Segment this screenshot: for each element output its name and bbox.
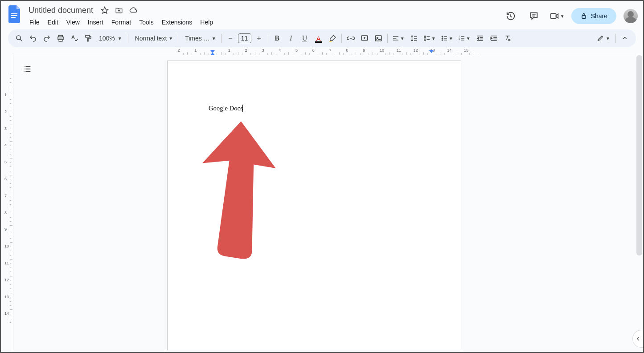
svg-line-8 [20,39,22,41]
separator [387,34,388,43]
scrollbar-thumb[interactable] [636,55,642,256]
add-comment-icon[interactable] [358,32,371,45]
svg-rect-5 [550,14,556,19]
menu-bar: File Edit View Insert Format Tools Exten… [26,17,502,28]
star-icon[interactable] [99,5,110,16]
move-icon[interactable] [114,5,124,16]
svg-rect-12 [86,35,90,37]
italic-icon[interactable]: I [284,32,298,45]
svg-text:2: 2 [459,37,460,40]
increase-font-size-icon[interactable] [252,32,266,45]
docs-logo-icon[interactable] [6,5,24,23]
print-icon[interactable] [54,32,67,45]
menu-help[interactable]: Help [197,17,217,28]
insert-link-icon[interactable] [344,32,357,45]
svg-point-7 [16,36,21,40]
user-avatar[interactable] [623,9,638,23]
text-cursor [242,105,243,112]
toolbar: 100%▼ Normal text▼ Times …▼ B I U A ▼ ▼ … [8,29,636,47]
bulleted-list-selector[interactable]: ▼ [439,32,455,45]
paint-format-icon[interactable] [82,32,95,45]
vertical-scrollbar[interactable] [636,55,642,350]
separator [221,34,222,43]
chevron-down-icon: ▼ [431,36,436,41]
horizontal-ruler[interactable]: 21123456789101112131415 [13,48,636,55]
cloud-status-icon[interactable] [128,5,139,16]
hide-menus-icon[interactable] [618,32,632,45]
workspace: 21123456789101112131415 1234567891011121… [1,48,643,350]
separator [178,34,178,43]
document-body[interactable]: Google Docs [209,105,243,112]
bold-icon[interactable]: B [271,32,284,45]
chevron-down-icon: ▼ [466,36,471,41]
menu-tools[interactable]: Tools [135,17,157,28]
font-selector[interactable]: Times …▼ [180,32,218,45]
spellcheck-icon[interactable] [68,32,81,45]
menu-edit[interactable]: Edit [44,17,62,28]
document-title[interactable]: Untitled document [26,5,96,16]
separator [615,34,616,43]
chevron-down-icon: ▼ [212,36,216,41]
highlight-color-icon[interactable] [326,32,339,45]
svg-rect-2 [11,17,16,18]
undo-icon[interactable] [26,32,40,45]
svg-rect-1 [11,15,17,16]
chevron-down-icon: ▼ [449,36,453,41]
header-right: ▼ Share [502,7,638,25]
numbered-list-selector[interactable]: 12▼ [456,32,473,45]
share-button[interactable]: Share [571,8,616,24]
svg-rect-19 [375,36,381,41]
font-size-control [224,32,266,45]
svg-point-31 [442,36,443,37]
menu-insert[interactable]: Insert [84,17,107,28]
search-menus-icon[interactable] [12,32,26,45]
text-color-icon[interactable]: A [312,32,325,45]
separator [128,34,128,43]
menu-extensions[interactable]: Extensions [158,17,196,28]
separator [268,34,268,43]
line-spacing-icon[interactable] [407,32,421,45]
zoom-selector[interactable]: 100%▼ [95,32,126,45]
paragraph-style-selector[interactable]: Normal text▼ [131,32,176,45]
app-header: Untitled document File Edit View Insert … [1,1,643,28]
svg-point-33 [442,40,443,41]
font-size-input[interactable] [238,33,251,43]
menu-format[interactable]: Format [108,17,135,28]
menu-view[interactable]: View [63,17,83,28]
increase-indent-icon[interactable] [487,32,500,45]
document-outline-icon[interactable] [20,61,35,77]
chevron-down-icon: ▼ [400,36,405,41]
history-icon[interactable] [502,7,520,25]
meet-button[interactable]: ▼ [548,7,566,25]
svg-rect-6 [582,16,586,19]
chevron-down-icon: ▼ [560,14,565,19]
decrease-indent-icon[interactable] [473,32,487,45]
insert-image-icon[interactable] [372,32,385,45]
editing-mode-selector[interactable]: ▼ [594,32,613,45]
canvas-area[interactable]: Google Docs [13,55,636,350]
chevron-down-icon: ▼ [606,36,610,41]
vertical-ruler[interactable]: 1234567891011121314 [1,55,13,350]
align-selector[interactable]: ▼ [390,32,407,45]
separator [341,34,342,43]
menu-file[interactable]: File [26,17,43,28]
title-area: Untitled document File Edit View Insert … [26,4,502,28]
body-text: Google Docs [209,105,243,112]
chevron-down-icon: ▼ [118,36,122,41]
comments-icon[interactable] [525,7,543,25]
document-page[interactable]: Google Docs [167,61,461,350]
share-label: Share [591,12,607,20]
svg-point-32 [442,38,443,39]
clear-formatting-icon[interactable] [501,32,514,45]
toolbar-container: 100%▼ Normal text▼ Times …▼ B I U A ▼ ▼ … [1,28,643,47]
decrease-font-size-icon[interactable] [224,32,237,45]
chevron-down-icon: ▼ [168,36,173,41]
checklist-selector[interactable]: ▼ [421,32,438,45]
underline-icon[interactable]: U [298,32,312,45]
svg-rect-29 [424,39,426,40]
svg-rect-0 [11,13,17,14]
redo-icon[interactable] [40,32,53,45]
